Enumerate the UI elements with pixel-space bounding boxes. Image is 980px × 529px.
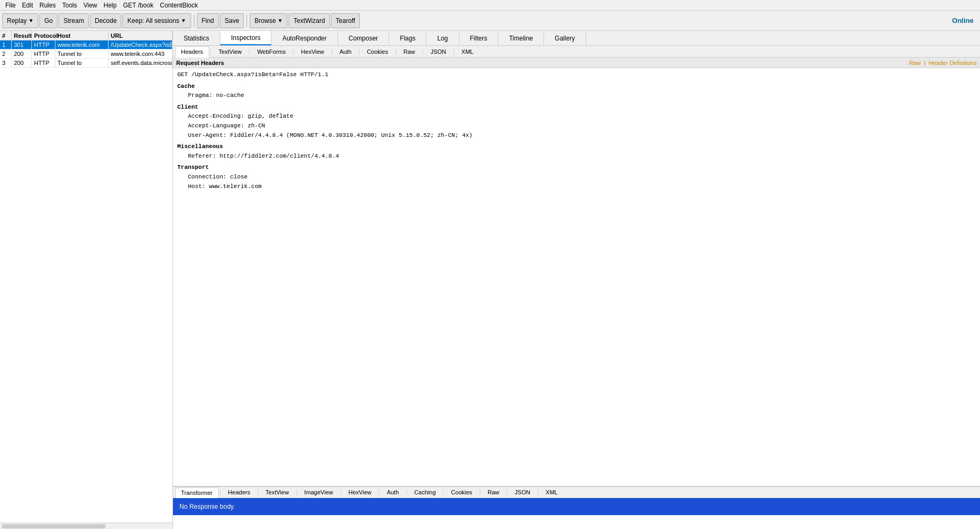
top-tabs: Statistics Inspectors AutoResponder Comp… (173, 31, 980, 46)
response-content: No Response body. (173, 498, 980, 515)
keep-button[interactable]: Keep: All sessions ▼ (122, 13, 191, 28)
menu-edit[interactable]: Edit (19, 1, 36, 10)
cell-host: Tunnel to (55, 50, 109, 58)
req-tab-hexview[interactable]: HexView (295, 46, 330, 57)
res-tab-imageview[interactable]: ImageView (298, 487, 339, 498)
tearoff-button[interactable]: Tearoff (331, 13, 360, 28)
res-tab-hexview[interactable]: HexView (343, 487, 377, 498)
no-response-bar: No Response body. (173, 498, 980, 515)
request-content: GET /UpdateCheck.aspx?isBeta=False HTTP/… (173, 68, 980, 486)
menu-contentblock[interactable]: ContentBlock (157, 1, 201, 10)
keep-dropdown-arrow: ▼ (181, 18, 186, 23)
request-section: Request Headers Raw | Header Definitions… (173, 58, 980, 486)
req-entry-connection: Connection: close (177, 173, 976, 182)
res-tab-cookies[interactable]: Cookies (445, 487, 478, 498)
tab-autoresponder[interactable]: AutoResponder (271, 31, 337, 45)
menu-rules[interactable]: Rules (36, 1, 59, 10)
res-tab-xml[interactable]: XML (540, 487, 564, 498)
save-button[interactable]: Save (220, 13, 244, 28)
tab-gallery[interactable]: Gallery (544, 31, 586, 45)
textwizard-label: TextWizard (293, 17, 325, 25)
req-tab-textview[interactable]: TextView (212, 46, 248, 57)
no-response-text: No Response body. (179, 503, 235, 510)
request-tabs: Headers | TextView | WebForms | HexView … (173, 46, 980, 58)
go-label: Go (44, 17, 53, 25)
req-tab-raw[interactable]: Raw (398, 46, 421, 57)
cell-result: 200 (12, 59, 32, 67)
go-button[interactable]: Go (39, 13, 57, 28)
menu-get-book[interactable]: GET /book (120, 1, 157, 10)
stream-button[interactable]: Stream (59, 13, 89, 28)
cell-host: Tunnel to (55, 59, 109, 67)
find-label: Find (202, 17, 214, 25)
request-header-actions: Raw | Header Definitions (909, 60, 977, 66)
req-tab-cookies[interactable]: Cookies (361, 46, 394, 57)
cell-host: www.telerik.com (55, 40, 109, 49)
res-tab-json[interactable]: JSON (509, 487, 536, 498)
table-row[interactable]: 1 301 HTTP www.telerik.com /UpdateCheck.… (0, 40, 172, 50)
menu-file[interactable]: File (2, 1, 19, 10)
col-header-result: Result (12, 31, 32, 40)
session-list: 1 301 HTTP www.telerik.com /UpdateCheck.… (0, 40, 172, 523)
tab-filters[interactable]: Filters (459, 31, 499, 45)
browse-button[interactable]: Browse ▼ (250, 13, 287, 28)
keep-label: Keep: All sessions (127, 17, 179, 25)
tab-inspectors[interactable]: Inspectors (220, 31, 271, 45)
tab-log[interactable]: Log (426, 31, 459, 45)
req-category-transport: Transport (177, 163, 976, 173)
cell-result: 301 (12, 40, 32, 49)
textwizard-button[interactable]: TextWizard (289, 13, 330, 28)
menu-help[interactable]: Help (101, 1, 120, 10)
table-row[interactable]: 2 200 HTTP Tunnel to www.telerik.com:443 (0, 50, 172, 59)
res-tab-transformer[interactable]: Transformer (175, 487, 219, 498)
table-row[interactable]: 3 200 HTTP Tunnel to self.events.data.mi… (0, 59, 172, 68)
decode-button[interactable]: Decode (90, 13, 121, 28)
req-tab-xml[interactable]: XML (456, 46, 480, 57)
req-tab-headers[interactable]: Headers (175, 46, 209, 58)
res-tab-caching[interactable]: Caching (408, 487, 441, 498)
cell-num: 3 (0, 59, 12, 67)
col-header-num: # (0, 31, 12, 40)
tab-flags[interactable]: Flags (389, 31, 426, 45)
raw-link[interactable]: Raw (909, 60, 921, 66)
req-tab-auth[interactable]: Auth (334, 46, 358, 57)
replay-label: Replay (7, 17, 27, 25)
cell-protocol: HTTP (32, 59, 55, 67)
res-tab-headers[interactable]: Headers (222, 487, 256, 498)
req-category-cache: Cache (177, 82, 976, 92)
browse-label: Browse (254, 17, 276, 25)
req-tab-json[interactable]: JSON (425, 46, 452, 57)
cell-url: /UpdateCheck.aspx?isBe... (109, 40, 172, 49)
menu-tools[interactable]: Tools (59, 1, 80, 10)
replay-dropdown-arrow: ▼ (28, 18, 34, 23)
tab-statistics[interactable]: Statistics (173, 31, 220, 45)
cell-url: www.telerik.com:443 (109, 50, 172, 58)
inspector-area: Headers | TextView | WebForms | HexView … (173, 46, 980, 529)
response-section: Transformer | Headers | TextView | Image… (173, 486, 980, 529)
tab-timeline[interactable]: Timeline (498, 31, 544, 45)
req-entry-user-agent: User-Agent: Fiddler/4.4.8.4 (MONO.NET 4.… (177, 131, 976, 141)
save-label: Save (225, 17, 239, 25)
cell-result: 200 (12, 50, 32, 58)
header-definitions-link[interactable]: Header Definitions (929, 60, 977, 66)
req-entry-pragma: Pragma: no-cache (177, 91, 976, 101)
res-tab-auth[interactable]: Auth (381, 487, 405, 498)
res-tab-textview[interactable]: TextView (260, 487, 295, 498)
cell-num: 2 (0, 50, 12, 58)
req-entry-accept-encoding: Accept-Encoding: gzip, deflate (177, 112, 976, 121)
cell-protocol: HTTP (32, 40, 55, 49)
res-tab-raw[interactable]: Raw (482, 487, 505, 498)
cell-protocol: HTTP (32, 50, 55, 58)
left-scrollbar[interactable] (0, 523, 172, 529)
find-button[interactable]: Find (197, 13, 219, 28)
col-header-host: Host (55, 31, 109, 40)
left-panel: # Result Protocol Host URL 1 301 HTTP ww… (0, 31, 173, 529)
menu-view[interactable]: View (80, 1, 101, 10)
menu-bar: File Edit Rules Tools View Help GET /boo… (0, 0, 980, 11)
tab-composer[interactable]: Composer (338, 31, 389, 45)
req-tab-webforms[interactable]: WebForms (251, 46, 292, 57)
tearoff-label: Tearoff (336, 17, 355, 25)
req-category-client: Client (177, 103, 976, 112)
replay-button[interactable]: Replay ▼ (2, 13, 38, 28)
toolbar: Replay ▼ Go Stream Decode Keep: All sess… (0, 11, 980, 31)
